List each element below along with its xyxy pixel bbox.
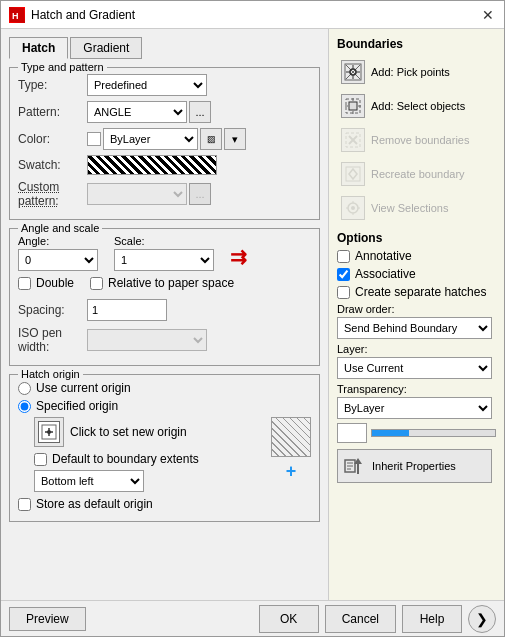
hatch-origin-title: Hatch origin	[18, 368, 83, 380]
ok-button[interactable]: OK	[259, 605, 319, 633]
pattern-input-group: ANGLE ...	[87, 101, 211, 123]
use-current-radio[interactable]	[18, 382, 31, 395]
spacing-label: Spacing:	[18, 303, 83, 317]
spacing-row: Spacing:	[18, 299, 311, 321]
transparency-label: Transparency:	[337, 383, 496, 395]
scale-group: Scale: 1	[114, 235, 214, 271]
create-separate-row: Create separate hatches	[337, 285, 496, 299]
transparency-slider[interactable]	[371, 429, 496, 437]
iso-select[interactable]	[87, 329, 207, 351]
double-row: Double	[18, 276, 74, 290]
svg-rect-15	[349, 102, 357, 110]
origin-left: Click to set new origin Default to bound…	[18, 417, 263, 515]
iso-row: ISO pen width:	[18, 326, 311, 354]
view-selections-button[interactable]: View Selections	[337, 193, 496, 223]
double-checkbox[interactable]	[18, 277, 31, 290]
relative-label: Relative to paper space	[108, 276, 234, 290]
custom-pattern-browse[interactable]: ...	[189, 183, 211, 205]
add-select-label: Add: Select objects	[371, 100, 465, 112]
custom-pattern-row: Custom pattern: ...	[18, 180, 311, 208]
remove-boundaries-button[interactable]: Remove boundaries	[337, 125, 496, 155]
annotative-row: Annotative	[337, 249, 496, 263]
associative-label: Associative	[355, 267, 416, 281]
associative-checkbox[interactable]	[337, 268, 350, 281]
color-arrow-btn[interactable]: ▾	[224, 128, 246, 150]
remove-icon	[341, 128, 365, 152]
plus-icon: +	[286, 461, 297, 482]
view-icon	[341, 196, 365, 220]
layer-select[interactable]: Use Current	[337, 357, 492, 379]
view-selections-label: View Selections	[371, 202, 448, 214]
options-title: Options	[337, 231, 496, 245]
swatch-row: Swatch:	[18, 155, 311, 175]
hatch-preview	[271, 417, 311, 457]
annotative-checkbox[interactable]	[337, 250, 350, 263]
scale-label: Scale:	[114, 235, 214, 247]
recreate-boundary-button[interactable]: Recreate boundary	[337, 159, 496, 189]
default-boundary-checkbox[interactable]	[34, 453, 47, 466]
help-button[interactable]: Help	[402, 605, 462, 633]
type-label: Type:	[18, 78, 83, 92]
add-select-objects-button[interactable]: Add: Select objects	[337, 91, 496, 121]
color-swatch-box	[87, 132, 101, 146]
scale-select[interactable]: 1	[114, 249, 214, 271]
layer-label: Layer:	[337, 343, 496, 355]
transparency-number-input[interactable]: 0	[337, 423, 367, 443]
origin-area: Click to set new origin Default to bound…	[18, 417, 311, 515]
use-current-row: Use current origin	[18, 381, 311, 395]
arrows-icon: ⇉	[230, 245, 247, 269]
expand-button[interactable]: ❯	[468, 605, 496, 633]
bottom-left-select[interactable]: Bottom left	[34, 470, 144, 492]
use-current-label: Use current origin	[36, 381, 131, 395]
pattern-select[interactable]: ANGLE	[87, 101, 187, 123]
color-select[interactable]: ByLayer	[103, 128, 198, 150]
color-pattern-btn[interactable]: ▨	[200, 128, 222, 150]
tab-gradient[interactable]: Gradient	[70, 37, 142, 59]
inherit-properties-button[interactable]: Inherit Properties	[337, 449, 492, 483]
content-area: Hatch Gradient Type and pattern Type: Pr…	[1, 29, 504, 600]
preview-button[interactable]: Preview	[9, 607, 86, 631]
store-default-row: Store as default origin	[18, 497, 263, 511]
specified-row: Specified origin	[18, 399, 311, 413]
pattern-row: Pattern: ANGLE ...	[18, 101, 311, 123]
click-set-origin-label: Click to set new origin	[70, 425, 187, 439]
transparency-select[interactable]: ByLayer	[337, 397, 492, 419]
angle-select[interactable]: 0	[18, 249, 98, 271]
spacing-input[interactable]	[87, 299, 167, 321]
svg-point-5	[47, 430, 51, 434]
color-input-group: ByLayer ▨ ▾	[87, 128, 246, 150]
svg-text:H: H	[12, 11, 19, 21]
app-icon: H	[9, 7, 25, 23]
relative-row: Relative to paper space	[90, 276, 234, 290]
angle-scale-section: Angle and scale Angle: 0 Scale: 1	[9, 228, 320, 366]
store-default-checkbox[interactable]	[18, 498, 31, 511]
pattern-browse-button[interactable]: ...	[189, 101, 211, 123]
type-pattern-title: Type and pattern	[18, 61, 107, 73]
add-pick-icon	[341, 60, 365, 84]
annotative-label: Annotative	[355, 249, 412, 263]
transparency-row: 0	[337, 423, 496, 443]
custom-pattern-group: ...	[87, 183, 211, 205]
add-pick-points-button[interactable]: Add: Pick points	[337, 57, 496, 87]
svg-point-25	[351, 206, 355, 210]
specified-radio[interactable]	[18, 400, 31, 413]
swatch-label: Swatch:	[18, 158, 83, 172]
draw-order-label: Draw order:	[337, 303, 496, 315]
close-button[interactable]: ✕	[480, 7, 496, 23]
type-select[interactable]: Predefined	[87, 74, 207, 96]
recreate-icon	[341, 162, 365, 186]
custom-pattern-label: Custom pattern:	[18, 180, 83, 208]
main-window: H Hatch and Gradient ✕ Hatch Gradient Ty…	[0, 0, 505, 637]
draw-order-select[interactable]: Send Behind Boundary	[337, 317, 492, 339]
set-origin-button[interactable]	[34, 417, 64, 447]
default-boundary-row: Default to boundary extents	[34, 452, 263, 466]
inherit-label: Inherit Properties	[372, 460, 456, 472]
custom-pattern-select[interactable]	[87, 183, 187, 205]
angle-scale-title: Angle and scale	[18, 222, 102, 234]
type-pattern-section: Type and pattern Type: Predefined Patter…	[9, 67, 320, 220]
associative-row: Associative	[337, 267, 496, 281]
tab-hatch[interactable]: Hatch	[9, 37, 68, 59]
create-separate-checkbox[interactable]	[337, 286, 350, 299]
relative-checkbox[interactable]	[90, 277, 103, 290]
cancel-button[interactable]: Cancel	[325, 605, 396, 633]
